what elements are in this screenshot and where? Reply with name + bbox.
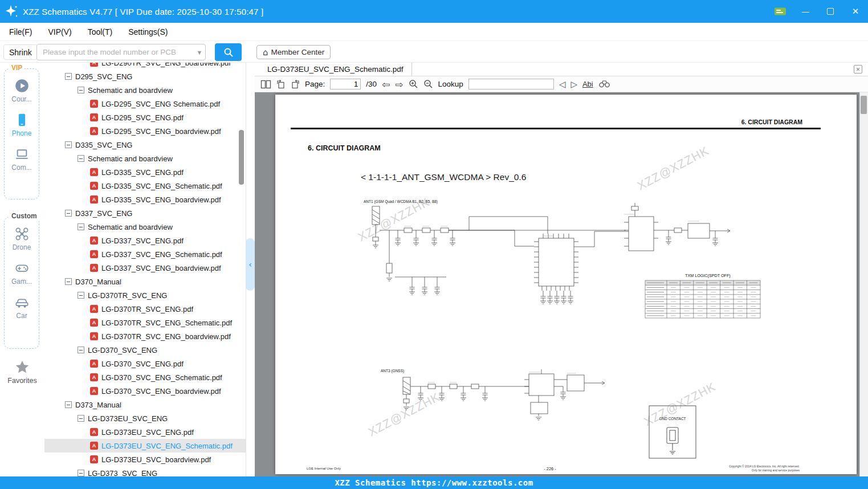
tree-file-row[interactable]: LG-D337_SVC_ENG_boardview.pdf bbox=[44, 261, 246, 275]
sidebar-item-phone[interactable]: Phone bbox=[5, 112, 39, 137]
drone-icon bbox=[14, 226, 30, 242]
tree-file-row[interactable]: LG-D370TR_SVC_ENG_Schematic.pdf bbox=[44, 316, 246, 329]
tree-file-row[interactable]: LG-D370TR_SVC_ENG.pdf bbox=[44, 302, 246, 316]
sidebar-item-drone[interactable]: Drone bbox=[5, 226, 39, 251]
tree-item-label: Schematic and boardview bbox=[88, 223, 173, 231]
tree-file-row[interactable]: LG-D373EU_SVC_ENG_Schematic.pdf bbox=[44, 439, 246, 453]
tree-file-row[interactable]: LG-D370_SVC_ENG.pdf bbox=[44, 357, 246, 370]
collapse-minus-icon[interactable] bbox=[78, 223, 84, 230]
tree-folder-row[interactable]: LG-D373EU_SVC_ENG bbox=[44, 411, 246, 425]
tree-file-row[interactable]: LG-D373EU_SVC_boardview.pdf bbox=[44, 453, 246, 466]
tree-file-row[interactable]: LG-D295_SVC_ENG Schematic.pdf bbox=[44, 97, 246, 111]
tree-folder-row[interactable]: Schematic and boardview bbox=[44, 83, 246, 97]
two-page-view-icon[interactable] bbox=[260, 80, 271, 89]
vip-group-label: VIP bbox=[9, 64, 25, 72]
chevron-down-icon[interactable]: ▼ bbox=[194, 49, 205, 56]
zoom-out-icon[interactable] bbox=[423, 79, 433, 89]
tree-file-row[interactable]: LG-D335_SVC_ENG_Schematic.pdf bbox=[44, 179, 246, 193]
menu-vip[interactable]: VIP(V) bbox=[48, 27, 71, 36]
sidebar-item-car[interactable]: Car bbox=[5, 295, 39, 320]
next-page-icon[interactable]: ⇨ bbox=[395, 79, 403, 90]
page-number-input[interactable] bbox=[330, 79, 361, 89]
pdf-file-icon bbox=[90, 264, 98, 272]
txm-table bbox=[645, 280, 760, 318]
model-search-box[interactable]: ▼ bbox=[36, 44, 206, 60]
zoom-in-icon[interactable] bbox=[409, 79, 418, 89]
match-case-icon[interactable]: Abi bbox=[582, 80, 593, 88]
collapse-minus-icon[interactable] bbox=[65, 401, 72, 408]
tree-file-row[interactable]: LG-D370TR_SVC_ENG_boardview.pdf bbox=[44, 329, 246, 343]
collapse-minus-icon[interactable] bbox=[78, 155, 84, 162]
sidebar-item-computer[interactable]: Com... bbox=[5, 146, 39, 172]
menu-settings[interactable]: Settings(S) bbox=[128, 27, 168, 36]
tree-item-label: LG-D370_SVC_ENG_boardview.pdf bbox=[101, 387, 221, 396]
document-tab[interactable]: LG-D373EU_SVC_ENG_Schematic.pdf bbox=[259, 63, 412, 76]
collapse-minus-icon[interactable] bbox=[78, 292, 84, 299]
vip-card-icon[interactable] bbox=[772, 3, 788, 19]
collapse-minus-icon[interactable] bbox=[78, 87, 84, 93]
rotate-left-icon[interactable] bbox=[276, 80, 286, 89]
prev-page-icon[interactable]: ⇦ bbox=[382, 79, 390, 90]
tree-folder-row[interactable]: LG-D370TR_SVC_ENG bbox=[44, 288, 246, 302]
vertical-scrollbar-thumb[interactable] bbox=[861, 96, 867, 114]
collapse-minus-icon[interactable] bbox=[78, 470, 84, 476]
sidebar-item-course[interactable]: Cour... bbox=[5, 78, 39, 103]
find-previous-icon[interactable]: ◁ bbox=[559, 79, 566, 89]
sidebar-item-favorites[interactable]: Favorites bbox=[0, 359, 44, 385]
member-center-button[interactable]: Member Center bbox=[256, 45, 331, 59]
tree-file-row[interactable]: LG-D295_SVC_ENG_boardview.pdf bbox=[44, 124, 246, 138]
model-search-input[interactable] bbox=[37, 48, 194, 56]
tree-file-row[interactable]: LG-D370_SVC_ENG_boardview.pdf bbox=[44, 384, 246, 398]
tree-file-row[interactable]: LG-D373EU_SVC_ENG.pdf bbox=[44, 425, 246, 439]
car-icon bbox=[14, 295, 30, 310]
pdf-file-icon bbox=[90, 373, 98, 381]
tree-folder-row[interactable]: D337_SVC_ENG bbox=[44, 206, 246, 220]
tree-folder-row[interactable]: LG-D373_SVC_ENG bbox=[44, 466, 246, 476]
pdf-file-icon bbox=[90, 332, 98, 340]
app-logo-sparkle-icon bbox=[0, 0, 23, 23]
find-next-icon[interactable]: ▷ bbox=[570, 79, 577, 89]
collapse-minus-icon[interactable] bbox=[78, 347, 84, 353]
pdf-viewport[interactable]: XZZ@XZZHK XZZ@XZZHK XZZ@XZZHK XZZ@XZZHK … bbox=[255, 92, 868, 476]
shrink-button[interactable]: Shrink bbox=[3, 44, 38, 60]
tree-folder-row[interactable]: D373_Manual bbox=[44, 398, 246, 411]
tree-folder-row[interactable]: D335_SVC_ENG bbox=[44, 138, 246, 152]
collapse-minus-icon[interactable] bbox=[65, 141, 72, 148]
binoculars-search-icon[interactable] bbox=[598, 80, 610, 88]
collapse-minus-icon[interactable] bbox=[65, 73, 72, 80]
sidebar-item-label: Drone bbox=[13, 243, 31, 251]
rotate-right-icon[interactable] bbox=[291, 80, 300, 89]
txm-label: TXM LOGIC(SPDT OFF) bbox=[685, 273, 731, 278]
collapse-minus-icon[interactable] bbox=[78, 415, 84, 422]
tree-folder-row[interactable]: D295_SVC_ENG bbox=[44, 70, 246, 83]
tree-file-row[interactable]: LG-D290TR_SVC_ENG_boardview.pdf bbox=[44, 63, 246, 70]
tree-file-row[interactable]: LG-D335_SVC_ENG.pdf bbox=[44, 165, 246, 179]
collapse-minus-icon[interactable] bbox=[65, 210, 72, 217]
title-bar[interactable]: XZZ Schematics V4.77 [ VIP Due date: 202… bbox=[0, 0, 868, 23]
tree-file-row[interactable]: LG-D337_SVC_ENG.pdf bbox=[44, 234, 246, 247]
menu-file[interactable]: File(F) bbox=[9, 27, 32, 36]
lookup-input[interactable] bbox=[468, 79, 554, 89]
tree-item-label: LG-D370_SVC_ENG.pdf bbox=[101, 360, 184, 368]
menu-tool[interactable]: Tool(T) bbox=[88, 27, 113, 36]
sheet-title: < 1-1-1-1_ANT_GSM_WCDMA > Rev_0.6 bbox=[361, 172, 526, 182]
sidebar-item-label: Gam... bbox=[11, 278, 32, 286]
minimize-button[interactable] bbox=[797, 3, 813, 19]
tree-file-row[interactable]: LG-D370_SVC_ENG_Schematic.pdf bbox=[44, 370, 246, 384]
collapse-minus-icon[interactable] bbox=[65, 278, 72, 285]
vertical-scrollbar[interactable] bbox=[859, 92, 868, 476]
tree-folder-row[interactable]: Schematic and boardview bbox=[44, 152, 246, 165]
tree-folder-row[interactable]: LG-D370_SVC_ENG bbox=[44, 343, 246, 357]
tree-folder-row[interactable]: Schematic and boardview bbox=[44, 220, 246, 234]
close-button[interactable] bbox=[847, 3, 863, 19]
tree-scrollbar[interactable] bbox=[239, 130, 244, 185]
tree-collapse-handle[interactable]: ‹ bbox=[246, 238, 255, 291]
tree-file-row[interactable]: LG-D335_SVC_ENG_boardview.pdf bbox=[44, 193, 246, 206]
tree-folder-row[interactable]: D370_Manual bbox=[44, 275, 246, 288]
search-button[interactable] bbox=[215, 43, 242, 61]
tree-file-row[interactable]: LG-D337_SVC_ENG_Schematic.pdf bbox=[44, 247, 246, 261]
tree-file-row[interactable]: LG-D295_SVC_ENG.pdf bbox=[44, 111, 246, 124]
sidebar-item-game[interactable]: Gam... bbox=[5, 260, 39, 286]
maximize-button[interactable] bbox=[822, 3, 838, 19]
close-document-icon[interactable] bbox=[854, 65, 862, 74]
